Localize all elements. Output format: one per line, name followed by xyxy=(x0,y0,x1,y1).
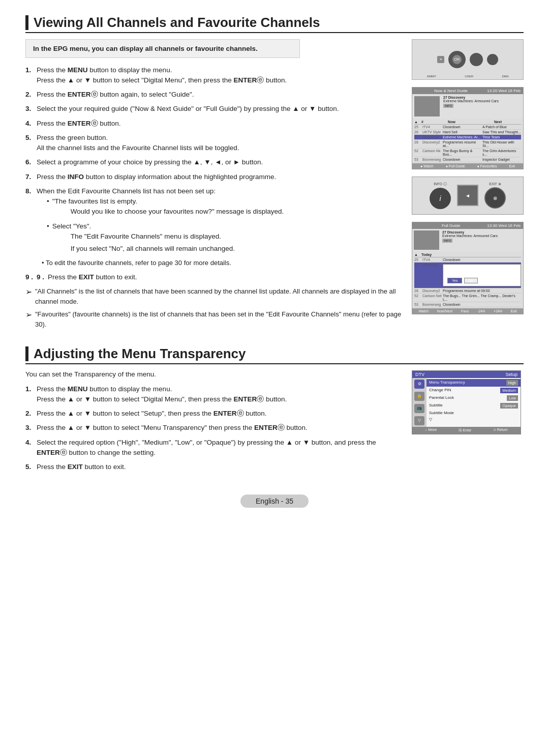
epg-screen-footer: ● Watch ● Full Guide ● Favourites Exit xyxy=(412,163,523,169)
section2-main: You can set the Transparency of the menu… xyxy=(25,370,402,477)
sub-bullet-2: Select "Yes". The "Edit Favourite Channe… xyxy=(47,221,402,256)
setup-screen-footer: ⬦ Move ⓔ Enter ⊃ Return xyxy=(412,427,521,434)
epg-row-53: 53 Boomerang Closedown Inspector Gadget xyxy=(414,157,521,162)
step-9: 9 . Press the EXIT button to exit. xyxy=(25,272,402,282)
epg-screen-header: Now & Next Guide 13:20 Wed 16 Feb xyxy=(412,88,523,94)
setup-item-menu-transparency: Menu Transparency High xyxy=(426,379,521,387)
section2-side: DTV Setup ⚙ 🔒 📺 ▽ Menu Transparency High xyxy=(412,370,524,477)
setup-icon-1: ⚙ xyxy=(414,380,424,389)
step8-note: • To edit the favourite channels, refer … xyxy=(42,258,402,268)
note-1: ➢ "All Channels" is the list of channels… xyxy=(25,286,402,306)
step-5: Press the green button. All the channel … xyxy=(25,133,402,154)
epg-row-52: 52 Cartoon Nk The Bugs Bunny & Boo... Th… xyxy=(414,149,521,157)
setup-item-parental-lock: Parental Lock Low xyxy=(426,394,521,402)
remote-image-top: ≡ OK JIMMYUSERDMA xyxy=(412,39,524,80)
step-7: Press the INFO button to display informa… xyxy=(25,172,402,182)
section2-steps: Press the MENU button to display the men… xyxy=(25,384,402,473)
setup-menu-screen: DTV Setup ⚙ 🔒 📺 ▽ Menu Transparency High xyxy=(412,370,521,434)
epg-thumbnail xyxy=(414,96,440,117)
page-footer: English - 35 xyxy=(25,491,524,511)
setup-icon-4: ▽ xyxy=(414,416,424,425)
remote-info-exit: INFO ⓘ i ◄ EXIT ⊗ ⊗ xyxy=(412,177,524,215)
epg-row-28: 28 Discovery2 Programmes resume at... Th… xyxy=(414,140,521,149)
setup-icon-list: ⚙ 🔒 📺 ▽ xyxy=(412,378,426,427)
full-row-53: 53 Boomerang Closedown xyxy=(414,302,521,307)
dialog-yes-btn[interactable]: Yes xyxy=(447,278,462,283)
full-guide-footer: Watch Now/Next Favs -24H +24H Exit xyxy=(412,308,523,314)
full-row-52: 52 Cartoon Net The Bugs... The Grim... T… xyxy=(414,294,521,302)
info-button: i xyxy=(430,188,451,209)
setup-icon-2: 🔒 xyxy=(414,392,424,401)
section1-main: In the EPG menu, you can display all cha… xyxy=(25,39,402,333)
nav-button: ◄ xyxy=(457,185,478,206)
setup-screen-header: DTV Setup xyxy=(412,371,521,378)
note-arrow-2: ➢ xyxy=(25,309,32,321)
dialog-no-btn[interactable]: No xyxy=(464,278,478,283)
s2-step-1: Press the MENU button to display the men… xyxy=(25,384,402,405)
section1-intro: In the EPG menu, you can display all cha… xyxy=(25,39,300,58)
step-3: Select the your required guide ("Now & N… xyxy=(25,104,402,114)
epg-now-next-screen: Now & Next Guide 13:20 Wed 16 Feb 27 Dis… xyxy=(412,87,524,169)
step-8: When the Edit Favourite Channels list ha… xyxy=(25,186,402,268)
s2-step-3: Press the ▲ or ▼ button to select "Menu … xyxy=(25,423,402,433)
full-guide-thumbnail xyxy=(414,230,439,250)
section1-header: Viewing All Channels and Favourite Chann… xyxy=(25,15,524,33)
favourites-dialog: The favourites list is empty. Would you … xyxy=(443,264,521,286)
note-arrow-1: ➢ xyxy=(25,286,32,298)
setup-menu-items: Menu Transparency High Change PIN Medium… xyxy=(426,378,521,427)
setup-item-change-pin: Change PIN Medium xyxy=(426,387,521,394)
section2-title: Adjusting the Menu Transparency xyxy=(34,346,246,361)
step-1: Press the MENU button to display the men… xyxy=(25,65,402,86)
epg-row-25: 25 ITV4 Closedown A Patch of Blue xyxy=(414,125,521,130)
epg-row-26: 26 UKTV Style Hard Sell Saw This and Tho… xyxy=(414,130,521,135)
section2-header: Adjusting the Menu Transparency xyxy=(25,346,524,364)
section1: Viewing All Channels and Favourite Chann… xyxy=(25,15,524,332)
section1-header-bar xyxy=(25,15,28,30)
setup-icon-3: 📺 xyxy=(414,404,424,413)
step-2: Press the ENTERⓔ button again, to select… xyxy=(25,90,402,100)
page-number-pill: English - 35 xyxy=(240,495,309,508)
s2-step-2: Press the ▲ or ▼ button to select "Setup… xyxy=(25,409,402,419)
setup-item-subtitle: Subtitle Opaque xyxy=(426,402,521,410)
setup-item-subtitle-mode: Subtitle Mode xyxy=(426,410,521,416)
setup-item-down-arrow: ▽ xyxy=(426,416,521,423)
section2-intro: You can set the Transparency of the menu… xyxy=(25,370,300,378)
side-images: ≡ OK JIMMYUSERDMA Now & Next xyxy=(412,39,524,333)
step-6: Select a programme of your choice by pre… xyxy=(25,157,402,167)
s2-step-5: Press the EXIT button to exit. xyxy=(25,462,402,472)
full-guide-header: Full Guide 13:30 Wed 16 Feb xyxy=(412,222,523,229)
step-4: Press the ENTERⓔ button. xyxy=(25,119,402,129)
full-row-25: 25 ITV4 Closedown xyxy=(414,257,521,263)
section2-header-bar xyxy=(25,346,28,361)
section1-title: Viewing All Channels and Favourite Chann… xyxy=(34,15,320,30)
full-row-28: 28 Discovery2 Programmes resume at 09:00 xyxy=(414,288,521,294)
epg-row-27: 27 Discovery Extreme Machines: Ar... Tim… xyxy=(414,135,521,140)
note-2: ➢ "Favourites" (favourite channels) is t… xyxy=(25,309,402,329)
exit-button: ⊗ xyxy=(484,187,506,209)
full-guide-screen: Full Guide 13:30 Wed 16 Feb 27 Discovery… xyxy=(412,222,524,314)
sub-bullet-1: "The favourites list is empty. Would you… xyxy=(47,196,402,219)
full-row-27: 27 Discovery The favourites list is empt… xyxy=(414,263,521,288)
section1-steps: Press the MENU button to display the men… xyxy=(25,65,402,283)
section2: Adjusting the Menu Transparency You can … xyxy=(25,346,524,476)
s2-step-4: Select the required option ("High", "Med… xyxy=(25,438,402,458)
